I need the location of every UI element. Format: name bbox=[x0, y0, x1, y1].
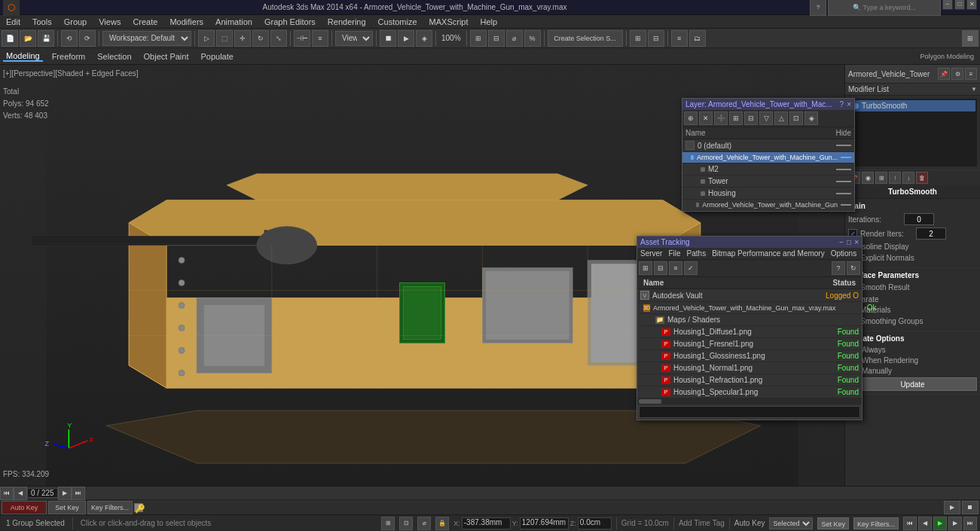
asset-item-6[interactable]: P Housing1_Normal1.png Found bbox=[637, 362, 862, 374]
set-key-btn[interactable]: Set Key bbox=[817, 517, 849, 529]
asset-item-3[interactable]: P Housing1_Diffuse1.png Found bbox=[637, 326, 862, 338]
asset-item-5[interactable]: P Housing1_Glossiness1.png Found bbox=[637, 350, 862, 362]
pb-start[interactable]: ⏮ bbox=[903, 517, 917, 530]
show-basic-btn[interactable]: ◉ bbox=[862, 172, 874, 184]
update-button[interactable]: Update bbox=[848, 377, 977, 391]
layer-tb-select[interactable]: ⊞ bbox=[729, 111, 743, 125]
z-coord-input[interactable]: 0.0cm bbox=[578, 517, 612, 529]
menu-customize[interactable]: Customize bbox=[375, 15, 420, 28]
tl-autokey-toggle[interactable]: Auto Key bbox=[2, 501, 47, 514]
close-button[interactable]: ✕ bbox=[966, 0, 977, 10]
menu-graph-editors[interactable]: Graph Editors bbox=[261, 15, 319, 28]
pin-icon[interactable]: 📌 bbox=[938, 68, 950, 80]
x-coord-input[interactable]: -387.38mm bbox=[462, 517, 511, 529]
layer-tb-box[interactable]: ⊡ bbox=[789, 111, 803, 125]
menu-rendering[interactable]: Rendering bbox=[325, 15, 369, 28]
filter-btn[interactable]: ⊟ bbox=[648, 30, 664, 47]
modifier-dropdown-arrow[interactable]: ▼ bbox=[971, 86, 977, 93]
render-setup-btn[interactable]: 🔲 bbox=[380, 30, 396, 47]
layer-tb-add[interactable]: ⊕ bbox=[684, 111, 698, 125]
make-unique-btn[interactable]: ⊞ bbox=[875, 172, 887, 184]
scene-explorer-btn[interactable]: 🗂 bbox=[689, 30, 706, 47]
pb-next[interactable]: ▶ bbox=[948, 517, 962, 530]
tl-go-end[interactable]: ⏭ bbox=[72, 487, 85, 500]
new-scene-btn[interactable]: 📄 bbox=[2, 30, 18, 47]
layer-tb-diamond[interactable]: ◈ bbox=[804, 111, 818, 125]
layer-tb-merge[interactable]: ➕ bbox=[714, 111, 728, 125]
modifier-item-turbossmooth[interactable]: TurboSmooth bbox=[850, 100, 975, 111]
menu-tools[interactable]: Tools bbox=[29, 15, 55, 28]
magnet-btn[interactable]: ⊞ bbox=[470, 30, 487, 47]
mirror-btn[interactable]: ⊣⊢ bbox=[294, 30, 310, 47]
layer-item-3[interactable]: Tower bbox=[682, 175, 854, 188]
angle-snap-2-btn[interactable]: ⌀ bbox=[417, 517, 431, 530]
asset-item-0[interactable]: V Autodesk Vault Logged O bbox=[637, 289, 862, 302]
snap-btn[interactable]: ⊟ bbox=[488, 30, 505, 47]
tl-setkey-btn[interactable]: Set Key bbox=[48, 501, 86, 514]
menu-edit[interactable]: Edit bbox=[3, 15, 23, 28]
asset-tb-help[interactable]: ? bbox=[832, 261, 845, 275]
pb-prev[interactable]: ◀ bbox=[918, 517, 932, 530]
layer-item-1[interactable]: Armored_Vehicle_Tower_with_Machine_Gun..… bbox=[682, 152, 854, 163]
delete-mod-btn[interactable]: 🗑 bbox=[916, 172, 928, 184]
open-btn[interactable]: 📂 bbox=[20, 30, 36, 47]
asset-tb-check[interactable]: ✓ bbox=[684, 261, 698, 275]
asset-item-4[interactable]: P Housing1_Fresnel1.png Found bbox=[637, 338, 862, 350]
menu-animation[interactable]: Animation bbox=[212, 15, 255, 28]
layer-item-2[interactable]: M2 bbox=[682, 163, 854, 175]
layer-item-0[interactable]: 0 (default) bbox=[682, 139, 854, 152]
asset-tb-1[interactable]: ⊞ bbox=[639, 261, 652, 275]
tl-next-frame[interactable]: ▶ bbox=[58, 487, 72, 500]
grid-snap-btn[interactable]: ⊞ bbox=[381, 517, 395, 530]
tab-object-paint[interactable]: Object Paint bbox=[141, 52, 192, 61]
tab-populate[interactable]: Populate bbox=[197, 52, 236, 61]
layer-help-btn[interactable]: ? bbox=[840, 100, 844, 108]
asset-path-bar[interactable] bbox=[639, 406, 860, 418]
layer-tb-up[interactable]: △ bbox=[774, 111, 788, 125]
tl-play-btn[interactable]: ▶ bbox=[944, 501, 960, 514]
asset-menu-paths[interactable]: Paths bbox=[687, 249, 707, 258]
help-btn[interactable]: ? bbox=[810, 0, 826, 16]
menu-modifiers[interactable]: Modifiers bbox=[166, 15, 206, 28]
asset-hscroll-thumb[interactable] bbox=[639, 399, 661, 404]
pb-play[interactable]: ▶ bbox=[933, 517, 947, 530]
add-time-tag[interactable]: Add Time Tag bbox=[679, 519, 725, 527]
ribbon-btn[interactable]: ⊞ bbox=[962, 30, 978, 47]
selected-dropdown[interactable]: Selected bbox=[769, 517, 813, 529]
layer-tb-del[interactable]: ✕ bbox=[699, 111, 713, 125]
layer-vis-0[interactable] bbox=[685, 141, 695, 150]
save-btn[interactable]: 💾 bbox=[38, 30, 54, 47]
select-btn[interactable]: ▷ bbox=[198, 30, 215, 47]
menu-maxscript[interactable]: MAXScript bbox=[426, 15, 472, 28]
layer-item-4[interactable]: Housing bbox=[682, 188, 854, 200]
asset-item-2[interactable]: 📁 Maps / Shaders bbox=[637, 314, 862, 326]
create-selection-btn[interactable]: Create Selection S... bbox=[548, 30, 623, 47]
rotate-btn[interactable]: ↻ bbox=[252, 30, 269, 47]
lock-btn[interactable]: 🔒 bbox=[435, 517, 449, 530]
layer-close-btn[interactable]: × bbox=[847, 100, 851, 108]
move-up-btn[interactable]: ↑ bbox=[889, 172, 901, 184]
asset-tb-refresh[interactable]: ↻ bbox=[847, 261, 860, 275]
move-btn[interactable]: ✛ bbox=[234, 30, 251, 47]
asset-item-7[interactable]: P Housing1_Refraction1.png Found bbox=[637, 374, 862, 386]
pb-end[interactable]: ⏭ bbox=[963, 517, 977, 530]
asset-tb-list[interactable]: ≡ bbox=[669, 261, 682, 275]
render-btn[interactable]: ▶ bbox=[398, 30, 414, 47]
tl-prev-frame[interactable]: ◀ bbox=[14, 487, 27, 500]
layer-tb-down[interactable]: ▽ bbox=[759, 111, 773, 125]
workspace-dropdown[interactable]: Workspace: Default bbox=[102, 31, 191, 46]
percent-snap-btn[interactable]: % bbox=[524, 30, 541, 47]
select-region-btn[interactable]: ⬚ bbox=[216, 30, 233, 47]
asset-tb-2[interactable]: ⊟ bbox=[654, 261, 667, 275]
tl-keyfilters-btn[interactable]: Key Filters... bbox=[87, 501, 133, 514]
named-sel-btn[interactable]: ⊞ bbox=[630, 30, 646, 47]
scale-btn[interactable]: ⤡ bbox=[270, 30, 287, 47]
asset-menu-server[interactable]: Server bbox=[640, 249, 662, 258]
tl-key-icon[interactable]: 🔑 bbox=[134, 503, 143, 512]
menu-create[interactable]: Create bbox=[130, 15, 160, 28]
tab-selection[interactable]: Selection bbox=[94, 52, 134, 61]
iterations-spinner[interactable]: 0 bbox=[904, 213, 934, 225]
move-down-btn[interactable]: ↓ bbox=[902, 172, 914, 184]
maximize-button[interactable]: □ bbox=[954, 0, 965, 10]
snap-3d-btn[interactable]: ⊡ bbox=[399, 517, 413, 530]
